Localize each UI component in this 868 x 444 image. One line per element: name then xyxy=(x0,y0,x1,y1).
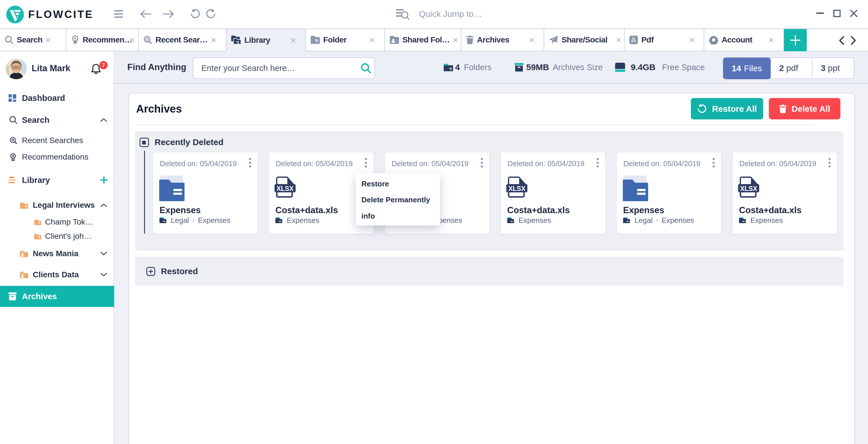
svg-text:XLSX: XLSX xyxy=(508,185,526,193)
svg-text:XLSX: XLSX xyxy=(740,185,757,193)
svg-text:XLSX: XLSX xyxy=(277,185,294,193)
